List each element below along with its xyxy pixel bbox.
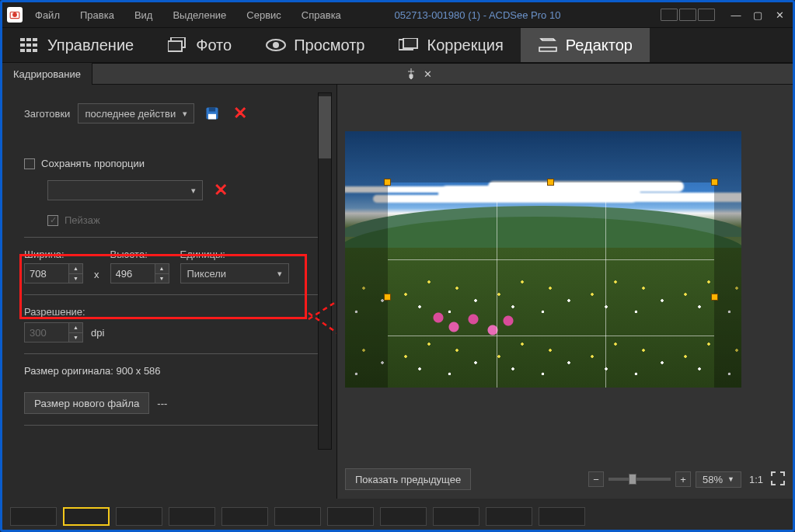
filmstrip [2,499,793,530]
height-field[interactable] [111,264,155,283]
svg-rect-17 [539,47,556,51]
filmstrip-thumb[interactable] [327,507,374,526]
close-window-button[interactable]: ✕ [771,7,788,23]
close-panel-button[interactable]: ✕ [420,68,437,80]
zoom-in-button[interactable]: + [675,471,691,487]
crop-handle-ml[interactable] [384,294,391,301]
crop-rectangle[interactable] [388,183,714,388]
keep-ratio-checkbox[interactable]: Сохранять пропорции [24,158,318,169]
filmstrip-thumb[interactable] [539,507,585,526]
checkbox-checked-icon [47,215,58,226]
mode-manage-label: Управление [47,37,134,54]
landscape-checkbox[interactable]: Пейзаж [47,214,318,226]
svg-rect-19 [209,108,215,112]
keep-ratio-label: Сохранять пропорции [41,158,145,169]
crop-handle-tr[interactable] [711,179,718,186]
minimize-button[interactable]: — [727,7,744,23]
presets-label: Заготовки [24,108,70,120]
layout-buttons [661,9,715,21]
filmstrip-thumb[interactable] [433,507,479,526]
svg-rect-5 [20,43,25,47]
fullscreen-icon[interactable] [771,471,785,488]
filmstrip-thumb[interactable] [380,507,427,526]
svg-rect-4 [33,38,37,41]
layout-2-icon[interactable] [679,9,696,21]
svg-rect-7 [33,43,37,47]
menu-view[interactable]: Вид [134,9,153,21]
mode-develop[interactable]: Коррекция [382,28,520,62]
units-label: Единицы: [180,249,289,260]
svg-rect-3 [26,38,31,41]
layout-3-icon[interactable] [698,9,715,21]
scrollbar-thumb[interactable] [319,96,331,158]
width-input[interactable]: ▲▼ [24,263,83,283]
svg-rect-20 [208,114,216,120]
eye-icon [266,37,286,53]
filmstrip-thumb[interactable] [221,507,268,526]
original-size-label: Размер оригинала: 900 x 586 [24,365,318,377]
height-spinner[interactable]: ▲▼ [155,264,169,283]
resolution-field[interactable] [25,323,68,342]
filmstrip-thumb[interactable] [116,507,162,526]
filmstrip-thumb[interactable] [274,507,321,526]
grid-icon [19,37,40,53]
panel-scrollbar[interactable] [318,92,332,450]
filmstrip-thumb[interactable] [10,507,57,526]
units-select[interactable]: Пиксели [180,263,289,283]
svg-rect-2 [20,38,25,41]
crop-handle-tl[interactable] [384,179,391,186]
photo-preview[interactable] [345,131,741,388]
menu-edit[interactable]: Правка [80,9,114,21]
svg-point-0 [12,12,17,17]
pin-icon[interactable] [403,68,420,79]
units-value: Пиксели [187,268,227,280]
crop-handle-mr[interactable] [711,294,718,301]
height-input[interactable]: ▲▼ [110,263,169,283]
delete-preset-button[interactable]: ✕ [230,103,250,123]
width-field[interactable] [25,264,68,283]
menu-tools[interactable]: Сервис [246,9,281,21]
zoom-value: 58% [703,474,723,485]
titlebar: Файл Правка Вид Выделение Сервис Справка… [2,2,793,27]
save-preset-button[interactable] [202,103,222,123]
zoom-slider[interactable] [608,478,671,481]
svg-rect-6 [26,43,31,47]
mode-tabs: Управление Фото Просмотр Коррекция Редак… [2,27,793,63]
mode-manage[interactable]: Управление [2,28,151,62]
window-title: 052713-001980 (1) - ACDSee Pro 10 [295,9,661,21]
sliders-icon [399,37,419,53]
resolution-spinner[interactable]: ▲▼ [68,323,82,342]
resolution-input[interactable]: ▲▼ [24,322,83,342]
zoom-out-button[interactable]: − [588,471,604,487]
filmstrip-thumb[interactable] [169,507,215,526]
width-spinner[interactable]: ▲▼ [68,264,82,283]
mode-edit[interactable]: Редактор [521,28,650,62]
menu-file[interactable]: Файл [35,9,60,21]
show-previous-button[interactable]: Показать предыдущее [345,468,471,490]
panel-header: Кадрирование ✕ [2,63,793,85]
filmstrip-thumb-active[interactable] [63,507,110,526]
main: Заготовки последнее действи ✕ Сохранять … [2,85,793,499]
height-label: Высота: [110,249,169,260]
svg-point-14 [273,42,279,48]
width-label: Ширина: [24,249,83,260]
new-file-size-button[interactable]: Размер нового файла [24,392,149,414]
app-icon [7,7,23,23]
maximize-button[interactable]: ▢ [749,7,766,23]
panel-tab-crop[interactable]: Кадрирование [2,63,92,85]
layout-1-icon[interactable] [661,9,678,21]
clear-ratio-button[interactable]: ✕ [211,180,231,200]
canvas-area: Показать предыдущее − + 58%▼ 1:1 [336,85,793,499]
crop-handle-tm[interactable] [547,179,554,186]
menu-select[interactable]: Выделение [173,9,226,21]
presets-select[interactable]: последнее действи [78,103,194,123]
zoom-slider-knob[interactable] [629,474,636,485]
fit-actual-button[interactable]: 1:1 [749,474,763,485]
mode-view[interactable]: Просмотр [249,28,382,62]
zoom-display[interactable]: 58%▼ [696,471,741,488]
resolution-label: Разрешение: [24,306,318,318]
mode-photo[interactable]: Фото [151,28,249,62]
mode-photo-label: Фото [196,37,232,54]
ratio-select[interactable] [47,180,203,200]
filmstrip-thumb[interactable] [486,507,532,526]
